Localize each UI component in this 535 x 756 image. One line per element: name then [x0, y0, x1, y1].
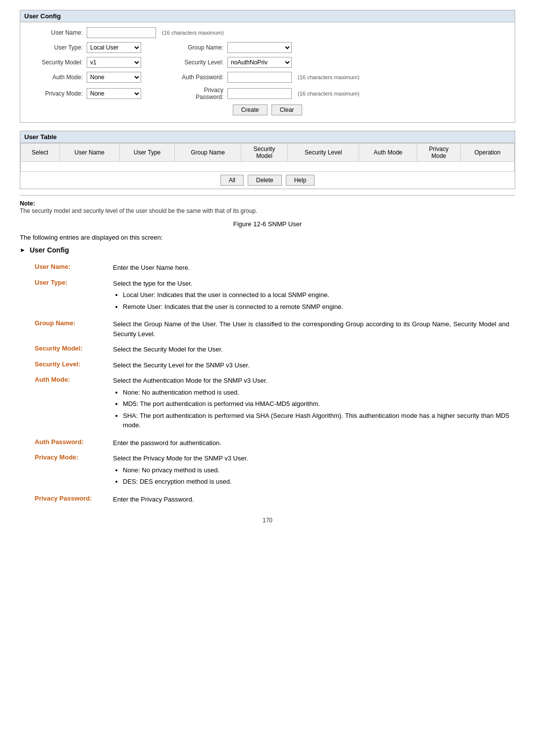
desc-def: Enter the Privacy Password. [109, 492, 515, 507]
delete-button[interactable]: Delete [248, 175, 282, 186]
user-config-title: User Config [20, 10, 515, 22]
note-text: The security model and security level of… [20, 207, 258, 214]
arrow-icon: ► [20, 247, 26, 253]
list-item: DES: DES encryption method is used. [123, 477, 509, 487]
group-name-select[interactable] [227, 42, 292, 53]
col-privacy-mode: PrivacyMode [417, 144, 461, 162]
desc-term: Security Level: [20, 357, 109, 373]
desc-row: Group Name:Select the Group Name of the … [20, 316, 515, 342]
desc-intro: The following entries are displayed on t… [20, 234, 515, 241]
desc-row: Auth Password:Enter the password for aut… [20, 435, 515, 451]
description-table: User Name:Enter the User Name here.User … [20, 260, 515, 507]
section-title: User Config [30, 246, 69, 254]
user-name-input[interactable] [87, 27, 156, 38]
auth-password-input[interactable] [227, 72, 292, 83]
col-auth-mode: Auth Mode [359, 144, 417, 162]
desc-def: Enter the User Name here. [109, 260, 515, 276]
desc-row: Privacy Mode:Select the Privacy Mode for… [20, 451, 515, 492]
col-user-name: User Name [59, 144, 119, 162]
security-model-select[interactable]: v1 v2c v3 [87, 57, 141, 68]
note-label: Note: [20, 200, 35, 207]
privacy-mode-password-row: Privacy Mode: None DES Privacy Password:… [28, 87, 507, 101]
desc-term: User Name: [20, 260, 109, 276]
desc-def: Select the Authentication Mode for the S… [109, 373, 515, 435]
auth-mode-select[interactable]: None MD5 SHA [87, 72, 141, 83]
desc-term: User Type: [20, 276, 109, 317]
table-buttons-row: All Delete Help [20, 172, 515, 189]
desc-row: Privacy Password:Enter the Privacy Passw… [20, 492, 515, 507]
auth-password-label: Auth Password: [179, 74, 223, 81]
desc-term: Group Name: [20, 316, 109, 342]
security-level-select[interactable]: noAuthNoPriv authNoPriv authPriv [227, 57, 292, 68]
desc-term: Privacy Mode: [20, 451, 109, 492]
col-security-level: Security Level [288, 144, 359, 162]
desc-term: Security Model: [20, 342, 109, 357]
user-table-box: User Table Select User Name User Type Gr… [20, 131, 515, 189]
auth-mode-label: Auth Mode: [28, 74, 83, 81]
desc-term: Auth Password: [20, 435, 109, 451]
user-type-select[interactable]: Local User Remote User [87, 42, 141, 53]
list-item: None: No privacy method is used. [123, 465, 509, 475]
user-name-row: User Name: (16 characters maximum) [28, 27, 507, 38]
list-item: SHA: The port authentication is performe… [123, 411, 509, 430]
desc-term: Auth Mode: [20, 373, 109, 435]
list-item: None: No authentication method is used. [123, 388, 509, 398]
security-level-label: Security Level: [179, 59, 223, 66]
privacy-password-label: Privacy Password: [179, 87, 223, 101]
create-button[interactable]: Create [233, 104, 268, 115]
user-table: Select User Name User Type Group Name Se… [20, 143, 515, 172]
user-type-group-row: User Type: Local User Remote User Group … [28, 42, 507, 53]
all-button[interactable]: All [220, 175, 244, 186]
figure-caption: Figure 12-6 SNMP User [20, 220, 515, 228]
privacy-mode-select[interactable]: None DES [87, 88, 141, 99]
page-number: 170 [20, 517, 515, 524]
user-table-title: User Table [20, 131, 515, 143]
auth-mode-password-row: Auth Mode: None MD5 SHA Auth Password: (… [28, 72, 507, 83]
list-item: Remote User: Indicates that the user is … [123, 302, 509, 312]
desc-def: Select the Privacy Mode for the SNMP v3 … [109, 451, 515, 492]
desc-row: Security Level:Select the Security Level… [20, 357, 515, 373]
list-item: Local User: Indicates that the user is c… [123, 290, 509, 300]
group-name-label: Group Name: [179, 44, 223, 51]
config-buttons-row: Create Clear [28, 104, 507, 115]
security-model-label: Security Model: [28, 59, 83, 66]
desc-def: Enter the password for authentication. [109, 435, 515, 451]
privacy-password-input[interactable] [227, 88, 292, 99]
desc-row: User Type:Select the type for the User.L… [20, 276, 515, 317]
help-button[interactable]: Help [286, 175, 315, 186]
user-config-box: User Config User Name: (16 characters ma… [20, 10, 515, 123]
list-item: MD5: The port authentication is performe… [123, 399, 509, 409]
desc-row: User Name:Enter the User Name here. [20, 260, 515, 276]
user-name-hint: (16 characters maximum) [162, 30, 224, 36]
desc-def: Select the Security Model for the User. [109, 342, 515, 357]
col-user-type: User Type [119, 144, 175, 162]
col-select: Select [21, 144, 60, 162]
section-heading: ► User Config [20, 246, 515, 254]
auth-password-hint: (16 characters maximum) [298, 74, 360, 80]
security-model-level-row: Security Model: v1 v2c v3 Security Level… [28, 57, 507, 68]
col-security-model: SecurityModel [241, 144, 287, 162]
note-section: Note: The security model and security le… [20, 195, 515, 214]
desc-row: Auth Mode:Select the Authentication Mode… [20, 373, 515, 435]
user-type-label: User Type: [28, 44, 83, 51]
table-empty-row [21, 162, 515, 172]
clear-button[interactable]: Clear [271, 104, 303, 115]
desc-def: Select the type for the User.Local User:… [109, 276, 515, 317]
col-group-name: Group Name [175, 144, 241, 162]
col-operation: Operation [461, 144, 515, 162]
privacy-password-hint: (16 characters maximum) [298, 91, 360, 97]
privacy-mode-label: Privacy Mode: [28, 90, 83, 97]
user-name-label: User Name: [28, 29, 83, 36]
desc-def: Select the Security Level for the SNMP v… [109, 357, 515, 373]
desc-term: Privacy Password: [20, 492, 109, 507]
desc-row: Security Model:Select the Security Model… [20, 342, 515, 357]
desc-def: Select the Group Name of the User. The U… [109, 316, 515, 342]
